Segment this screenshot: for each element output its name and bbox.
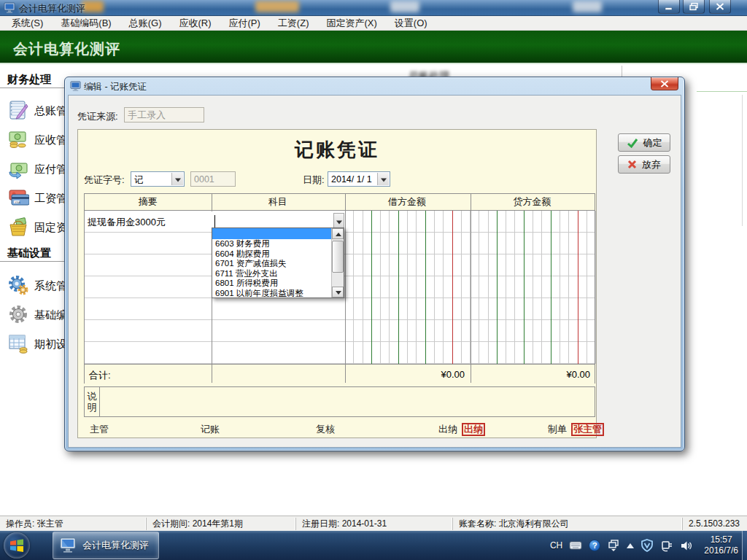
help-icon[interactable]: ?: [589, 540, 600, 551]
total-credit: ¥0.00: [471, 369, 590, 380]
minimize-button[interactable]: [658, 0, 680, 14]
receivable-icon: [7, 128, 29, 152]
menu-item-base-codes[interactable]: 基础编码(B): [52, 15, 120, 31]
menu-item-payable[interactable]: 应付(P): [220, 15, 269, 31]
menu-item-receivable[interactable]: 应收(R): [170, 15, 220, 31]
sidebar-item-label: 应收管: [34, 133, 67, 147]
app-titlebar[interactable]: 会计电算化测评: [0, 0, 747, 16]
column-divider: [345, 194, 346, 383]
titlebar-artifact: [390, 1, 419, 12]
scroll-up-icon[interactable]: [332, 228, 344, 239]
sidebar-item-label: 应付管: [34, 163, 67, 176]
summary-cell[interactable]: 提现备用金3000元: [88, 216, 166, 229]
x-icon: [627, 160, 637, 169]
taskbar-app-label: 会计电算化测评: [82, 539, 149, 552]
note-box[interactable]: 说明: [84, 386, 595, 417]
taskbar: 会计电算化测评 CH ? 15:57 2016/7/6: [0, 531, 747, 560]
language-indicator[interactable]: CH: [550, 540, 562, 551]
status-version: 2.5.1503.233: [682, 518, 747, 530]
close-button[interactable]: [709, 0, 731, 14]
total-row: 合计: ¥0.00 ¥0.00: [85, 364, 595, 384]
keyboard-icon[interactable]: [569, 539, 582, 552]
sidebar-item-label: 基础编: [34, 308, 67, 322]
total-label: 合计:: [89, 369, 111, 382]
dropdown-item[interactable]: 6711 营业外支出: [212, 269, 331, 279]
status-reg-date: 注册日期: 2014-01-31: [295, 518, 452, 530]
sidebar-item-label: 工资管: [34, 192, 67, 206]
menu-item-fixed-assets[interactable]: 固定资产(X): [317, 15, 385, 31]
speaker-icon[interactable]: [680, 539, 693, 552]
clock-date: 2016/7/6: [704, 545, 738, 556]
security-shield-icon[interactable]: [640, 539, 654, 552]
menu-item-system[interactable]: 系统(S): [3, 15, 52, 31]
column-divider: [471, 194, 471, 383]
voucher-no-label: 凭证字号:: [84, 174, 125, 187]
dialog-title: 编辑 - 记账凭证: [84, 81, 147, 93]
column-header-debit: 借方金额: [344, 194, 470, 210]
total-debit: ¥0.00: [345, 369, 465, 380]
desktop-screen: 会计电算化测评 系统(S) 基础编码(B) 总账(G) 应收(R) 应付(P) …: [0, 0, 747, 560]
system-tray: CH ? 15:57 2016/7/6: [550, 531, 743, 560]
network-plug-icon[interactable]: [660, 539, 673, 552]
sidebar-item-label: 期初设: [34, 338, 67, 351]
menu-item-general-ledger[interactable]: 总账(G): [120, 15, 171, 31]
dropdown-item[interactable]: 6603 财务费用: [212, 239, 331, 249]
voucher-source-field[interactable]: [124, 107, 204, 122]
dropdown-item[interactable]: 6604 勘探费用: [212, 249, 331, 260]
background-line: [697, 91, 747, 92]
dialog-client-area: 凭证来源: 确定 放弃 记账凭证 凭证字号: 记 日期:: [68, 95, 681, 448]
date-picker[interactable]: 2014/ 1/ 1: [328, 171, 390, 187]
menu-item-payroll[interactable]: 工资(Z): [269, 15, 318, 31]
payable-icon: [7, 158, 29, 182]
show-desktop-button[interactable]: [742, 531, 747, 560]
base-gear-icon: [7, 303, 29, 327]
background-scroll-edge: [742, 95, 743, 226]
sidebar-item-label: 总账管: [34, 104, 67, 118]
date-label: 日期:: [303, 174, 325, 187]
app-icon: [59, 537, 77, 553]
cashier-stamp: 出纳: [462, 423, 485, 436]
payroll-icon: VISA: [7, 187, 29, 211]
app-window-title: 会计电算化测评: [19, 2, 85, 15]
column-header-account: 科目: [212, 194, 344, 210]
voucher-number-field[interactable]: [190, 171, 236, 187]
clock-time: 15:57: [704, 534, 738, 545]
chevron-down-icon[interactable]: [377, 173, 389, 185]
text-caret: [214, 215, 215, 228]
app-window-icon: [4, 2, 15, 15]
sign-bookkeeper: 记账: [201, 423, 220, 436]
ok-button[interactable]: 确定: [618, 133, 670, 152]
taskbar-app-button[interactable]: 会计电算化测评: [53, 532, 159, 559]
cancel-button[interactable]: 放弃: [618, 155, 670, 174]
dropdown-item[interactable]: 6801 所得税费用: [212, 279, 331, 289]
menu-item-settings[interactable]: 设置(O): [386, 15, 436, 31]
window-switch-icon[interactable]: [607, 539, 620, 552]
dialog-close-icon[interactable]: [651, 77, 678, 90]
dropdown-item[interactable]: 6901 以前年度损益调整: [212, 289, 331, 298]
start-button[interactable]: [4, 532, 30, 559]
dialog-titlebar[interactable]: 编辑 - 记账凭证: [65, 77, 684, 95]
banner-title: 会计电算化测评: [13, 39, 120, 59]
signature-row: 主管 记账 复核 出纳出纳 制单张主管: [78, 421, 597, 436]
column-header-credit: 贷方金额: [470, 194, 595, 210]
debit-amount-ruling: [345, 211, 471, 364]
dropdown-selected-blank[interactable]: [212, 228, 331, 239]
credit-amount-ruling: [471, 211, 596, 364]
scrollbar-thumb[interactable]: [332, 241, 344, 273]
show-hidden-icons[interactable]: [627, 543, 634, 548]
status-period: 会计期间: 2014年第1期: [146, 518, 295, 530]
status-operator: 操作员: 张主管: [0, 518, 146, 530]
dialog-window-icon: [70, 81, 81, 93]
initial-setup-icon: [7, 332, 29, 357]
restore-button[interactable]: [683, 0, 705, 14]
account-dropdown-list: 6603 财务费用 6604 勘探费用 6701 资产减值损失 6711 营业外…: [212, 228, 344, 298]
titlebar-artifact: [255, 1, 299, 12]
dropdown-scrollbar[interactable]: [331, 228, 344, 298]
preparer-stamp: 张主管: [571, 423, 604, 436]
scroll-down-icon[interactable]: [332, 287, 344, 298]
voucher-type-combo[interactable]: 记: [131, 171, 185, 187]
sign-preparer: 制单张主管: [548, 423, 604, 436]
taskbar-clock[interactable]: 15:57 2016/7/6: [700, 534, 743, 556]
chevron-down-icon[interactable]: [171, 173, 183, 185]
dropdown-item[interactable]: 6701 资产减值损失: [212, 259, 331, 269]
